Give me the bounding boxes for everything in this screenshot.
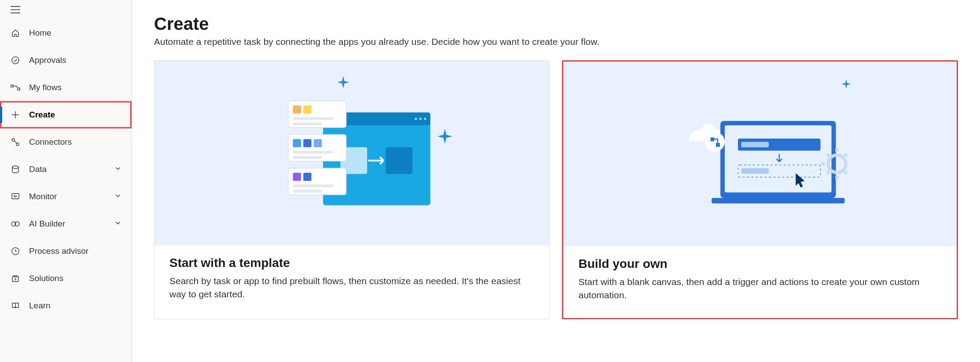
svg-rect-42 [711, 138, 715, 142]
svg-rect-35 [725, 125, 832, 193]
template-illustration-icon [264, 89, 440, 217]
svg-rect-6 [12, 194, 19, 199]
data-icon [10, 164, 21, 175]
svg-rect-30 [293, 173, 301, 181]
svg-point-5 [12, 166, 18, 168]
svg-rect-28 [293, 156, 322, 159]
sidebar-item-label: Monitor [29, 192, 106, 201]
svg-rect-21 [293, 117, 333, 120]
svg-rect-17 [385, 147, 412, 174]
card-illustration [563, 62, 957, 246]
sidebar-item-label: Data [29, 165, 106, 174]
sidebar-item-label: Create [29, 110, 122, 120]
svg-rect-2 [18, 88, 20, 90]
card-start-with-template[interactable]: Start with a template Search by task or … [154, 60, 550, 319]
svg-rect-19 [293, 106, 301, 113]
home-icon [10, 27, 21, 39]
page-title: Create [154, 14, 958, 34]
card-row: Start with a template Search by task or … [154, 60, 958, 319]
ai-icon [10, 218, 21, 230]
svg-point-41 [705, 132, 725, 152]
svg-rect-24 [293, 139, 301, 147]
hamburger-icon [10, 4, 21, 15]
plus-icon [10, 109, 21, 121]
sidebar-item-home[interactable]: Home [0, 19, 132, 47]
page-subtitle: Automate a repetitive task by connecting… [154, 37, 958, 47]
sidebar-item-connectors[interactable]: Connectors [0, 128, 132, 156]
svg-rect-10 [12, 277, 18, 282]
svg-rect-20 [303, 106, 311, 113]
monitor-icon [10, 191, 21, 202]
sidebar-toggle[interactable] [0, 0, 132, 19]
svg-point-0 [12, 57, 19, 64]
card-title: Build your own [578, 257, 942, 271]
sidebar-item-label: Learn [29, 301, 122, 311]
chevron-down-icon [114, 219, 122, 229]
approvals-icon [10, 55, 21, 66]
svg-rect-40 [741, 168, 769, 174]
svg-rect-33 [293, 190, 322, 193]
card-desc: Search by task or app to find prebuilt f… [169, 274, 534, 301]
sidebar-item-label: Process advisor [29, 246, 122, 256]
card-illustration [154, 61, 549, 245]
sidebar-item-myflows[interactable]: My flows [0, 74, 132, 101]
svg-point-15 [415, 118, 417, 120]
sidebar-item-label: AI Builder [29, 219, 106, 229]
chevron-down-icon [114, 192, 122, 202]
learn-icon [10, 300, 21, 311]
main-content: Create Automate a repetitive task by con… [132, 0, 980, 362]
svg-rect-31 [303, 173, 311, 181]
sidebar-item-aibuilder[interactable]: AI Builder [0, 210, 132, 238]
sidebar-item-label: Connectors [29, 137, 122, 147]
sidebar-item-monitor[interactable]: Monitor [0, 183, 132, 210]
sidebar-item-process-advisor[interactable]: Process advisor [0, 238, 132, 265]
card-build-your-own[interactable]: Build your own Start with a blank canvas… [562, 60, 958, 319]
process-icon [10, 245, 21, 257]
svg-rect-32 [293, 184, 333, 187]
svg-rect-22 [293, 122, 322, 125]
svg-point-14 [424, 118, 426, 120]
sidebar-item-data[interactable]: Data [0, 156, 132, 183]
svg-rect-38 [741, 142, 769, 148]
chevron-down-icon [114, 165, 122, 175]
card-desc: Start with a blank canvas, then add a tr… [578, 275, 942, 302]
sidebar-item-label: Home [29, 28, 122, 38]
svg-rect-1 [11, 85, 13, 87]
build-illustration-icon [672, 97, 848, 211]
card-title: Start with a template [169, 256, 534, 270]
svg-rect-27 [293, 151, 333, 154]
svg-rect-26 [314, 139, 322, 147]
svg-rect-36 [712, 198, 845, 204]
connectors-icon [10, 136, 21, 148]
solutions-icon [10, 273, 21, 284]
sidebar-item-label: Approvals [29, 55, 122, 65]
sidebar-item-label: My flows [29, 83, 122, 92]
sidebar: Home Approvals My flows Create Connector… [0, 0, 132, 362]
svg-point-13 [419, 118, 422, 120]
sidebar-item-learn[interactable]: Learn [0, 292, 132, 319]
svg-rect-25 [303, 139, 311, 147]
sidebar-item-label: Solutions [29, 274, 122, 283]
sidebar-item-create[interactable]: Create [0, 101, 132, 128]
flow-icon [10, 82, 21, 93]
sidebar-item-solutions[interactable]: Solutions [0, 265, 132, 292]
sidebar-item-approvals[interactable]: Approvals [0, 47, 132, 74]
